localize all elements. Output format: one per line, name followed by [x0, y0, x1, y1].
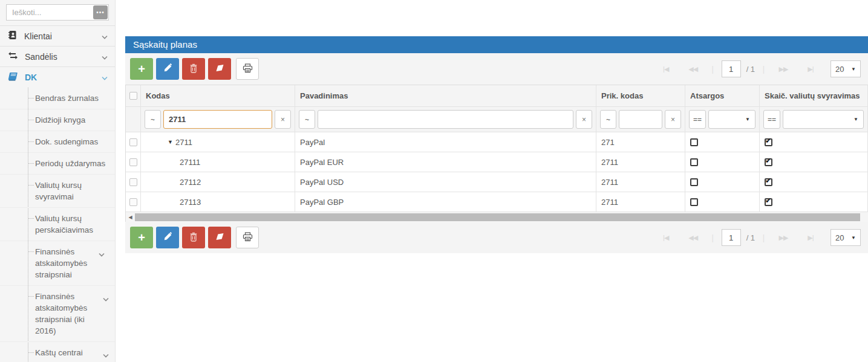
filter-op-prik-kodas[interactable]: ~	[600, 110, 616, 129]
column-header-atsargos[interactable]: Atsargos	[685, 85, 760, 106]
filter-clear-pavadinimas-button[interactable]: ×	[576, 110, 592, 129]
edit-button[interactable]	[156, 227, 179, 248]
pavadinimas-value: PayPal USD	[295, 172, 596, 192]
accounts-table: Kodas Pavadinimas Prik. kodas Atsargos S…	[125, 85, 868, 212]
sidebar-item-valiutu-kursu-perskaiciavimas[interactable]: Valiutų kursų perskaičiavimas	[0, 208, 115, 241]
prev-page-button[interactable]: ◀◀	[682, 234, 704, 242]
skaic-valiutu-svyravimas-checkbox[interactable]	[765, 158, 772, 166]
table-row[interactable]: 27112 PayPal USD 2711	[126, 172, 868, 192]
column-header-kodas[interactable]: Kodas	[141, 85, 295, 106]
skaic-valiutu-svyravimas-checkbox[interactable]	[765, 138, 772, 146]
print-button[interactable]	[236, 58, 259, 80]
filter-op-skaic[interactable]: ==	[763, 110, 780, 129]
row-select-checkbox[interactable]	[129, 178, 137, 186]
filter-input-kodas[interactable]	[163, 110, 272, 129]
search-options-button[interactable]: •••	[93, 5, 108, 19]
atsargos-checkbox[interactable]	[690, 158, 698, 166]
skaic-valiutu-svyravimas-checkbox[interactable]	[765, 178, 772, 186]
trash-icon	[189, 232, 198, 244]
filter-input-prik-kodas[interactable]	[619, 110, 662, 129]
top-toolbar: + |◀	[125, 53, 868, 85]
pager-separator: ❘	[760, 65, 767, 74]
sidebar-item-dok-sudengimas[interactable]: Dok. sudengimas	[0, 131, 115, 153]
chevron-down-icon	[102, 52, 108, 62]
chevron-down-icon: ▼	[853, 117, 858, 122]
sidebar-item-periodu-uzdarymas[interactable]: Periodų uždarymas	[0, 153, 115, 175]
first-page-button[interactable]: |◀	[655, 234, 677, 242]
filter-clear-kodas-button[interactable]: ×	[275, 110, 291, 129]
scroll-left-arrow[interactable]: ◀	[126, 215, 135, 220]
row-select-checkbox[interactable]	[129, 158, 137, 166]
delete-button[interactable]	[182, 58, 205, 80]
filter-op-atsargos[interactable]: ==	[689, 110, 706, 129]
sidebar-item-sandelis[interactable]: Sandėlis	[0, 47, 115, 67]
next-page-button[interactable]: ▶▶	[772, 234, 794, 242]
filter-input-pavadinimas[interactable]	[318, 110, 573, 129]
sidebar-item-label: Periodų uždarymas	[35, 158, 109, 169]
kodas-value: 27112	[180, 178, 201, 187]
add-button[interactable]: +	[130, 227, 153, 248]
collapse-row-icon[interactable]: ▼	[168, 139, 173, 145]
filter-op-pavadinimas[interactable]: ~	[299, 110, 315, 129]
table-row[interactable]: ▼ 2711 PayPal 271	[126, 132, 868, 152]
clear-button[interactable]	[208, 58, 231, 80]
filter-select-atsargos[interactable]: ▼	[708, 110, 755, 129]
page-size-select[interactable]: 20 ▼	[830, 229, 861, 246]
pencil-icon	[163, 232, 172, 243]
chevron-down-icon	[103, 293, 109, 305]
sidebar-item-finansines-atskaitomybes-straipsniai-iki-2016[interactable]: Finansinės atskaitomybės straipsniai (ik…	[0, 286, 115, 342]
sidebar-item-klientai[interactable]: Klientai	[0, 26, 115, 47]
select-all-checkbox[interactable]	[129, 92, 137, 100]
atsargos-checkbox[interactable]	[690, 198, 698, 206]
filter-op-kodas[interactable]: ~	[145, 110, 161, 129]
transfer-arrows-icon	[8, 51, 18, 62]
print-button[interactable]	[236, 227, 259, 248]
sidebar-item-label: Dok. sudengimas	[35, 136, 109, 147]
printer-icon	[243, 232, 253, 244]
sidebar-item-label: Valiutų kursų perskaičiavimas	[35, 213, 105, 236]
kodas-value: 27113	[180, 198, 201, 207]
delete-button[interactable]	[182, 227, 205, 248]
chevron-down-icon: ▼	[851, 66, 856, 72]
pavadinimas-value: PayPal	[295, 132, 596, 152]
atsargos-checkbox[interactable]	[690, 178, 698, 186]
add-button[interactable]: +	[130, 58, 153, 80]
pavadinimas-value: PayPal EUR	[295, 152, 596, 172]
chevron-down-icon	[102, 73, 108, 82]
column-header-skaic-valiutu-svyravimas[interactable]: Skaič. valiutų svyravimas	[760, 85, 868, 106]
sidebar-item-finansines-atskaitomybes-straipsniai[interactable]: Finansinės atskaitomybės straipsniai	[0, 241, 115, 286]
row-select-checkbox[interactable]	[129, 198, 137, 206]
edit-button[interactable]	[156, 58, 179, 80]
page-count-label: / 1	[746, 65, 755, 74]
prik-kodas-value: 2711	[596, 152, 685, 172]
filter-select-skaic[interactable]: ▼	[783, 110, 864, 129]
sidebar-item-didzioji-knyga[interactable]: Didžioji knyga	[0, 109, 115, 131]
filter-clear-prik-kodas-button[interactable]: ×	[665, 110, 681, 129]
page-size-select[interactable]: 20 ▼	[830, 60, 861, 77]
page-number-input[interactable]	[722, 229, 741, 246]
page-number-input[interactable]	[722, 60, 741, 77]
last-page-button[interactable]: ▶|	[800, 65, 821, 73]
table-filter-row: ~ × ~ × ~ × == ▼	[126, 107, 868, 132]
table-row[interactable]: 27113 PayPal GBP 2711	[126, 192, 868, 212]
column-header-prik-kodas[interactable]: Prik. kodas	[596, 85, 685, 106]
kodas-value: 2711	[175, 138, 192, 147]
pavadinimas-value: PayPal GBP	[295, 192, 596, 212]
sidebar-item-bendras-zurnalas[interactable]: Bendras žurnalas	[0, 88, 115, 109]
prev-page-button[interactable]: ◀◀	[682, 65, 704, 73]
row-select-checkbox[interactable]	[129, 138, 137, 146]
sidebar-item-label: Valiutų kursų svyravimai	[35, 179, 99, 202]
sidebar-item-kastu-centrai[interactable]: Kaštų centrai	[0, 342, 115, 362]
last-page-button[interactable]: ▶|	[800, 234, 821, 242]
skaic-valiutu-svyravimas-checkbox[interactable]	[765, 198, 772, 206]
first-page-button[interactable]: |◀	[655, 65, 677, 73]
sidebar-item-label: DK	[25, 73, 95, 82]
next-page-button[interactable]: ▶▶	[772, 65, 794, 73]
sidebar-item-dk[interactable]: DK	[0, 67, 115, 88]
clear-button[interactable]	[208, 227, 231, 248]
atsargos-checkbox[interactable]	[690, 138, 698, 146]
column-header-pavadinimas[interactable]: Pavadinimas	[295, 85, 596, 106]
table-row[interactable]: 27111 PayPal EUR 2711	[126, 152, 868, 172]
sidebar-item-valiutu-kursu-svyravimai[interactable]: Valiutų kursų svyravimai	[0, 175, 115, 208]
scrollbar-thumb[interactable]	[135, 213, 860, 221]
